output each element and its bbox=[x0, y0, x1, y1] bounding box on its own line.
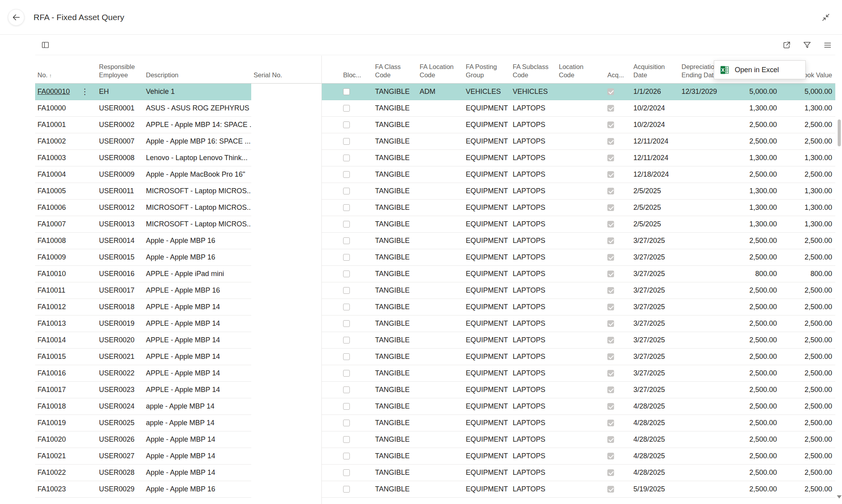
cell-book-value[interactable]: 2,500.00 bbox=[780, 381, 835, 398]
cell-acquired[interactable] bbox=[603, 282, 631, 299]
cell-fa-location-code[interactable] bbox=[417, 414, 463, 431]
cell-no[interactable]: FA000010⋮ bbox=[35, 83, 97, 100]
cell-responsible-employee[interactable]: USER0012 bbox=[97, 199, 144, 216]
cell-serial-no[interactable] bbox=[251, 232, 321, 249]
cell-fa-posting-group[interactable]: EQUIPMENT bbox=[463, 365, 510, 381]
table-row[interactable]: FA10023USER0029Apple - Apple MBP 16TANGI… bbox=[35, 481, 835, 497]
cell-acquired[interactable] bbox=[603, 381, 631, 398]
column-header-fa-posting-group[interactable]: FA Posting Group bbox=[463, 55, 510, 83]
cell-acquired[interactable] bbox=[603, 265, 631, 282]
cell-value[interactable]: 2,500.00 bbox=[725, 481, 780, 497]
cell-description[interactable]: APPLE - Apple MBP 14 bbox=[144, 381, 251, 398]
cell-fa-posting-group[interactable]: EQUIPMENT bbox=[463, 265, 510, 282]
blocked-checkbox[interactable] bbox=[343, 271, 350, 277]
cell-fa-subclass-code[interactable]: LAPTOPS bbox=[510, 100, 556, 116]
cell-acquired[interactable] bbox=[603, 398, 631, 414]
cell-depreciation-ending-date[interactable] bbox=[679, 315, 725, 332]
column-header-responsible-employee[interactable]: Responsible Employee bbox=[97, 55, 144, 83]
cell-fa-subclass-code[interactable]: LAPTOPS bbox=[510, 183, 556, 199]
cell-description[interactable]: apple - Apple MBP 14 bbox=[144, 398, 251, 414]
cell-description[interactable]: MICROSOFT - Laptop MICROS... bbox=[144, 183, 251, 199]
cell-no[interactable]: FA10014 bbox=[35, 332, 97, 348]
column-header-fa-class-code[interactable]: FA Class Code bbox=[373, 55, 417, 83]
cell-value[interactable]: 2,500.00 bbox=[725, 282, 780, 299]
blocked-checkbox[interactable] bbox=[343, 420, 350, 426]
cell-depreciation-ending-date[interactable] bbox=[679, 381, 725, 398]
cell-serial-no[interactable] bbox=[251, 282, 321, 299]
asset-no-link[interactable]: FA10015 bbox=[37, 353, 66, 361]
table-row[interactable]: FA10006USER0012MICROSOFT - Laptop MICROS… bbox=[35, 199, 835, 216]
cell-acquisition-date[interactable]: 3/27/2025 bbox=[631, 332, 679, 348]
cell-book-value[interactable]: 2,500.00 bbox=[780, 448, 835, 464]
cell-description[interactable]: APPLE - Apple MBP 14: SPACE ... bbox=[144, 116, 251, 133]
cell-fa-posting-group[interactable]: EQUIPMENT bbox=[463, 348, 510, 365]
cell-book-value[interactable]: 1,300.00 bbox=[780, 149, 835, 166]
cell-fa-class-code[interactable]: TANGIBLE bbox=[373, 100, 417, 116]
cell-description[interactable]: APPLE - Apple MBP 14 bbox=[144, 365, 251, 381]
table-row[interactable]: FA10021USER0027Apple - Apple MBP 14TANGI… bbox=[35, 448, 835, 464]
blocked-checkbox[interactable] bbox=[343, 188, 350, 194]
cell-no[interactable]: FA10004 bbox=[35, 166, 97, 183]
cell-book-value[interactable]: 2,500.00 bbox=[780, 348, 835, 365]
cell-acquisition-date[interactable]: 4/28/2025 bbox=[631, 398, 679, 414]
cell-book-value[interactable]: 2,500.00 bbox=[780, 315, 835, 332]
column-header-location-code[interactable]: Location Code bbox=[556, 55, 603, 83]
scrollbar-thumb[interactable] bbox=[838, 119, 841, 146]
cell-acquisition-date[interactable]: 3/27/2025 bbox=[631, 265, 679, 282]
cell-fa-class-code[interactable]: TANGIBLE bbox=[373, 464, 417, 481]
cell-responsible-employee[interactable]: USER0019 bbox=[97, 315, 144, 332]
cell-depreciation-ending-date[interactable] bbox=[679, 149, 725, 166]
cell-description[interactable]: APPLE - Apple MBP 16 bbox=[144, 282, 251, 299]
cell-serial-no[interactable] bbox=[251, 381, 321, 398]
cell-value[interactable]: 2,500.00 bbox=[725, 166, 780, 183]
table-row[interactable]: FA10013USER0019APPLE - Apple MBP 14TANGI… bbox=[35, 315, 835, 332]
cell-fa-class-code[interactable]: TANGIBLE bbox=[373, 183, 417, 199]
cell-acquisition-date[interactable]: 4/28/2025 bbox=[631, 464, 679, 481]
cell-acquisition-date[interactable]: 4/28/2025 bbox=[631, 431, 679, 448]
column-header-serial-no[interactable]: Serial No. bbox=[251, 55, 321, 83]
cell-fa-posting-group[interactable]: EQUIPMENT bbox=[463, 216, 510, 232]
cell-book-value[interactable]: 2,500.00 bbox=[780, 464, 835, 481]
cell-book-value[interactable]: 2,500.00 bbox=[780, 232, 835, 249]
cell-responsible-employee[interactable]: USER0026 bbox=[97, 431, 144, 448]
cell-responsible-employee[interactable]: USER0018 bbox=[97, 299, 144, 315]
cell-location-code[interactable] bbox=[556, 381, 603, 398]
cell-fa-subclass-code[interactable]: LAPTOPS bbox=[510, 431, 556, 448]
cell-book-value[interactable]: 2,500.00 bbox=[780, 282, 835, 299]
cell-fa-posting-group[interactable]: EQUIPMENT bbox=[463, 166, 510, 183]
cell-blocked[interactable] bbox=[321, 199, 373, 216]
cell-no[interactable]: FA10010 bbox=[35, 265, 97, 282]
cell-blocked[interactable] bbox=[321, 183, 373, 199]
cell-no[interactable]: FA10018 bbox=[35, 398, 97, 414]
cell-fa-class-code[interactable]: TANGIBLE bbox=[373, 332, 417, 348]
column-header-fa-subclass-code[interactable]: FA Subclass Code bbox=[510, 55, 556, 83]
cell-fa-posting-group[interactable]: EQUIPMENT bbox=[463, 149, 510, 166]
cell-no[interactable]: FA10011 bbox=[35, 282, 97, 299]
cell-fa-location-code[interactable] bbox=[417, 398, 463, 414]
cell-book-value[interactable]: 2,500.00 bbox=[780, 431, 835, 448]
cell-no[interactable]: FA10023 bbox=[35, 481, 97, 497]
cell-responsible-employee[interactable]: USER0009 bbox=[97, 166, 144, 183]
cell-depreciation-ending-date[interactable] bbox=[679, 348, 725, 365]
cell-description[interactable]: MICROSOFT - Laptop MICROS... bbox=[144, 199, 251, 216]
cell-fa-location-code[interactable] bbox=[417, 348, 463, 365]
cell-serial-no[interactable] bbox=[251, 216, 321, 232]
cell-no[interactable]: FA10016 bbox=[35, 365, 97, 381]
cell-fa-class-code[interactable]: TANGIBLE bbox=[373, 348, 417, 365]
cell-fa-location-code[interactable] bbox=[417, 315, 463, 332]
cell-fa-posting-group[interactable]: EQUIPMENT bbox=[463, 232, 510, 249]
asset-no-link[interactable]: FA10022 bbox=[37, 469, 66, 477]
cell-value[interactable]: 2,500.00 bbox=[725, 116, 780, 133]
cell-fa-subclass-code[interactable]: LAPTOPS bbox=[510, 348, 556, 365]
cell-responsible-employee[interactable]: USER0001 bbox=[97, 100, 144, 116]
cell-responsible-employee[interactable]: USER0027 bbox=[97, 448, 144, 464]
cell-depreciation-ending-date[interactable] bbox=[679, 448, 725, 464]
blocked-checkbox[interactable] bbox=[343, 221, 350, 228]
cell-value[interactable]: 2,500.00 bbox=[725, 232, 780, 249]
cell-blocked[interactable] bbox=[321, 464, 373, 481]
cell-fa-class-code[interactable]: TANGIBLE bbox=[373, 116, 417, 133]
cell-location-code[interactable] bbox=[556, 249, 603, 265]
cell-serial-no[interactable] bbox=[251, 315, 321, 332]
cell-depreciation-ending-date[interactable] bbox=[679, 133, 725, 149]
cell-fa-subclass-code[interactable]: VEHICLES bbox=[510, 83, 556, 100]
